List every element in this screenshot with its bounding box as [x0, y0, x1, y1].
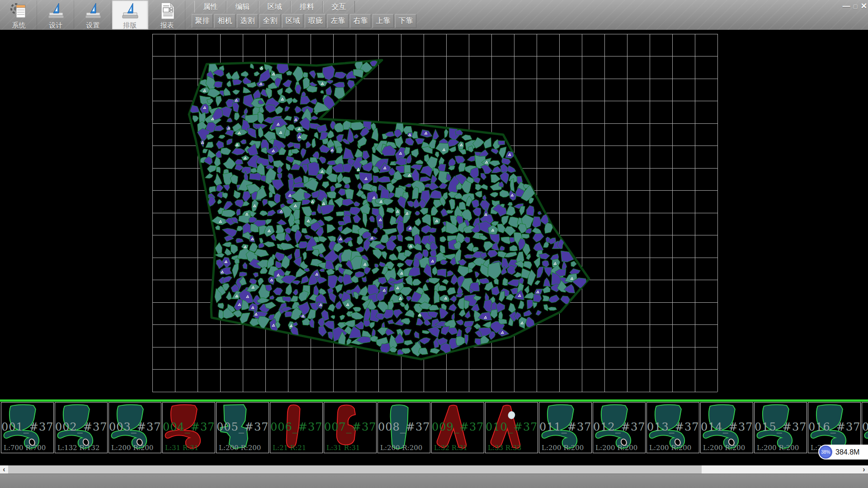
piece-count-label: L:200 R:200 [542, 444, 584, 452]
piece-count-label: L:200 R:200 [380, 444, 422, 452]
piece-count-label: L:31 R:31 [165, 444, 198, 452]
menu-item-5[interactable]: 交互 [323, 1, 355, 13]
design-triangle-icon [46, 1, 66, 20]
nesting-application-window: 系统设计设置排版报表 属性编辑区域排料交互 聚排相机选割全割区域瑕疵左靠右靠上靠… [0, 0, 868, 488]
scroll-right-icon[interactable]: › [860, 465, 868, 474]
action-button-7[interactable]: 左靠 [327, 14, 349, 28]
piece-id-label: 010_#37 [486, 421, 538, 433]
scroll-left-icon[interactable]: ‹ [0, 465, 8, 474]
action-button-4[interactable]: 全割 [259, 14, 281, 28]
thumbnail-cell-015_#37[interactable]: 015_#37L:200 R:200 [754, 402, 807, 453]
thumbnail-cell-007_#37[interactable]: 007_#37L:31 R:31 [324, 402, 377, 453]
maximize-icon[interactable]: ▢ [853, 3, 858, 9]
piece-count-label: L:31 R:31 [326, 444, 360, 452]
thumbnail-cell-009_#37[interactable]: 009_#37L:32 R:31 [431, 402, 484, 453]
piece-count-label: L:200 R:200 [649, 444, 691, 452]
settings-triangle-icon [83, 1, 103, 20]
thumbnail-cell-004_#37[interactable]: 004_#37L:31 R:31 [162, 402, 215, 453]
system-gear-icon [9, 1, 29, 20]
menu-item-4[interactable]: 排料 [291, 1, 323, 13]
app-button-2[interactable]: 设计 [38, 0, 74, 29]
piece-id-label: 007_#37 [324, 421, 376, 433]
piece-id-label: 014_#37 [701, 421, 753, 433]
piece-count-label: L:200 R:200 [219, 444, 261, 452]
app-button-label: 设置 [86, 21, 100, 30]
piece-count-label: L:33 R:33 [488, 444, 521, 452]
thumbnail-cell-008_#37[interactable]: 008_#37L:200 R:200 [377, 402, 430, 453]
horizontal-scrollbar[interactable]: ‹ › [0, 465, 868, 474]
nesting-canvas[interactable] [0, 0, 868, 399]
memory-percent-indicator: 38% [819, 446, 832, 459]
close-icon[interactable]: ✕ [861, 1, 867, 11]
thumbnail-cell-014_#37[interactable]: 014_#37L:200 R:200 [700, 402, 753, 453]
action-button-row: 聚排相机选割全割区域瑕疵左靠右靠上靠下靠 [192, 14, 416, 28]
piece-id-label: 002_#37 [55, 421, 107, 433]
action-button-5[interactable]: 区域 [282, 14, 303, 28]
thumbnail-cell-001_#37[interactable]: 001_#37L:700 R:700 [1, 402, 54, 453]
minimize-icon[interactable]: — [842, 2, 850, 11]
piece-id-label: 012_#37 [593, 421, 645, 433]
memory-value-label: 384.8M [835, 448, 859, 456]
piece-count-label: L:132 R:132 [57, 444, 99, 452]
title-toolbar[interactable]: 系统设计设置排版报表 属性编辑区域排料交互 聚排相机选割全割区域瑕疵左靠右靠上靠… [0, 0, 868, 30]
scrollbar-thumb[interactable] [8, 465, 702, 474]
window-controls: — ▢ ✕ [842, 1, 867, 11]
piece-id-label: 001_#37 [1, 421, 53, 433]
piece-id-label: 013_#37 [647, 421, 699, 433]
menu-row: 属性编辑区域排料交互 [194, 1, 355, 13]
thumbnail-cell-006_#37[interactable]: 006_#37L:21 R:21 [270, 402, 323, 453]
action-button-3[interactable]: 选割 [237, 14, 258, 28]
piece-count-label: L:21 R:21 [273, 444, 306, 452]
app-button-1[interactable]: 系统 [1, 0, 37, 29]
thumbnail-cell-010_#37[interactable]: 010_#37L:33 R:33 [485, 402, 538, 453]
piece-id-label: 003_#37 [109, 421, 161, 433]
status-bar [0, 474, 868, 488]
piece-thumbnail-strip: 001_#37L:700 R:700002_#37L:132 R:132003_… [0, 402, 868, 454]
piece-id-label: 006_#37 [270, 421, 322, 433]
thumbnail-cell-011_#37[interactable]: 011_#37L:200 R:200 [539, 402, 592, 453]
piece-count-label: L:200 R:200 [703, 444, 745, 452]
action-button-10[interactable]: 下靠 [395, 14, 416, 28]
menu-item-2[interactable]: 编辑 [226, 1, 259, 13]
action-button-6[interactable]: 瑕疵 [305, 14, 326, 28]
report-document-icon [157, 1, 177, 20]
piece-id-label: 011_#37 [539, 421, 591, 433]
piece-id-label: 015_#37 [755, 421, 807, 433]
nesting-triangle-icon [120, 1, 140, 20]
thumbnail-cell-003_#37[interactable]: 003_#37L:200 R:200 [108, 402, 161, 453]
app-button-4[interactable]: 排版 [112, 0, 148, 29]
piece-count-label: L:700 R:700 [4, 444, 46, 452]
piece-id-label: 005_#37 [217, 421, 269, 433]
app-button-label: 报表 [160, 21, 174, 30]
thumbnail-cell-002_#37[interactable]: 002_#37L:132 R:132 [55, 402, 108, 453]
piece-count-label: L:200 R:200 [595, 444, 637, 452]
menu-item-1[interactable]: 属性 [194, 1, 226, 13]
piece-id-label: 008_#37 [378, 421, 430, 433]
piece-id-label: 004_#37 [163, 421, 215, 433]
app-button-3[interactable]: 设置 [75, 0, 111, 29]
thumbnail-cell-005_#37[interactable]: 005_#37L:200 R:200 [216, 402, 269, 453]
memory-usage-badge: 38% 384.8M [818, 445, 868, 460]
app-button-label: 设计 [49, 21, 63, 30]
app-button-label: 系统 [12, 21, 26, 30]
piece-count-label: L:200 R:200 [111, 444, 153, 452]
piece-id-label: 017_#37 [862, 421, 868, 433]
app-button-label: 排版 [123, 21, 137, 30]
action-button-2[interactable]: 相机 [214, 14, 236, 28]
piece-id-label: 016_#37 [808, 421, 860, 433]
action-button-8[interactable]: 右靠 [350, 14, 371, 28]
menu-item-3[interactable]: 区域 [259, 1, 291, 13]
thumbnail-cell-012_#37[interactable]: 012_#37L:200 R:200 [593, 402, 646, 453]
action-button-1[interactable]: 聚排 [192, 14, 213, 28]
app-mode-strip: 系统设计设置排版报表 [1, 0, 185, 29]
action-button-9[interactable]: 上靠 [373, 14, 394, 28]
piece-count-label: L:32 R:31 [434, 444, 467, 452]
piece-id-label: 009_#37 [432, 421, 484, 433]
app-button-5[interactable]: 报表 [149, 0, 185, 29]
thumbnail-cell-013_#37[interactable]: 013_#37L:200 R:200 [646, 402, 699, 453]
piece-count-label: L:200 R:200 [757, 444, 799, 452]
